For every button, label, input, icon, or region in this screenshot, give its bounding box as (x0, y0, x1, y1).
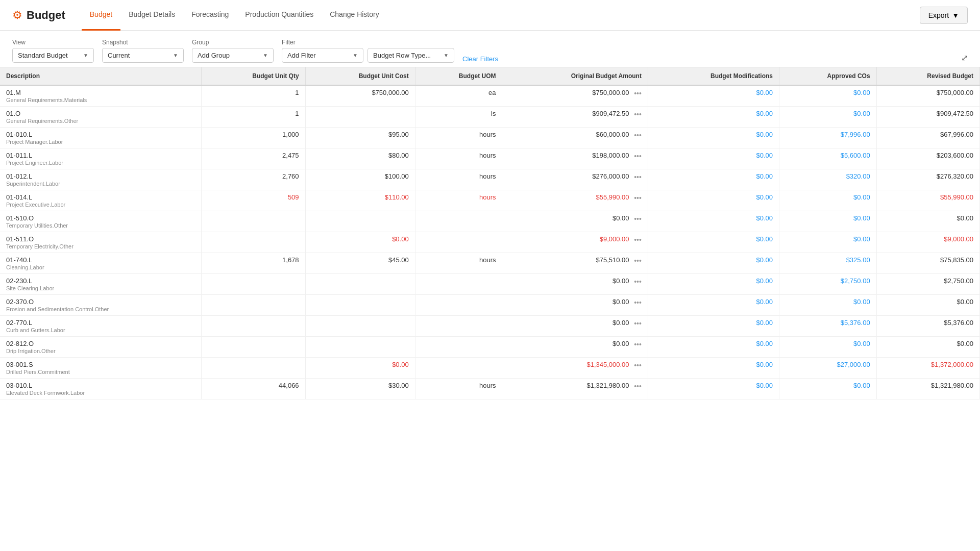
row-menu-icon[interactable]: ••• (634, 131, 642, 139)
cell-qty-7 (202, 232, 305, 253)
export-button[interactable]: Export ▼ (920, 7, 968, 24)
cell-modifications-0[interactable]: $0.00 (648, 85, 779, 107)
cell-description-11: 02-770.LCurb and Gutters.Labor (0, 316, 202, 337)
group-value: Add Group (198, 52, 230, 59)
cell-description-0: 01.MGeneral Requirements.Materials (0, 85, 202, 107)
cell-modifications-11[interactable]: $0.00 (648, 316, 779, 337)
filter-select[interactable]: Add Filter ▼ (282, 48, 363, 63)
cell-modifications-1[interactable]: $0.00 (648, 107, 779, 128)
budget-table-container: DescriptionBudget Unit QtyBudget Unit Co… (0, 67, 980, 399)
cell-approved-cos-10[interactable]: $0.00 (779, 295, 876, 316)
cell-modifications-4[interactable]: $0.00 (648, 169, 779, 190)
nav-tab-forecasting[interactable]: Forecasting (183, 0, 237, 31)
cell-qty-1: 1 (202, 107, 305, 128)
row-menu-icon[interactable]: ••• (634, 152, 642, 160)
expand-icon[interactable]: ⤢ (961, 42, 968, 63)
cell-revised-11: $5,376.00 (876, 316, 979, 337)
cell-original-0: $750,000.00 ••• (502, 85, 648, 107)
cell-modifications-8[interactable]: $0.00 (648, 253, 779, 274)
cell-approved-cos-3[interactable]: $5,600.00 (779, 148, 876, 169)
snapshot-control-group: Snapshot Current ▼ (102, 39, 184, 63)
cell-description-3: 01-011.LProject Engineer.Labor (0, 148, 202, 169)
view-value: Standard Budget (18, 52, 68, 59)
cell-original-10: $0.00 ••• (502, 295, 648, 316)
app-icon: ⚙ (12, 9, 22, 22)
cell-description-5: 01-014.LProject Executive.Labor (0, 190, 202, 211)
row-menu-icon[interactable]: ••• (634, 361, 642, 369)
snapshot-value: Current (108, 52, 130, 59)
cell-unit-cost-1 (305, 107, 415, 128)
filter-control-group: Filter Add Filter ▼ Budget Row Type... ▼ (282, 39, 454, 63)
cell-qty-3: 2,475 (202, 148, 305, 169)
row-menu-icon[interactable]: ••• (634, 319, 642, 328)
cell-original-12: $0.00 ••• (502, 337, 648, 358)
budget-row-type-chevron-icon: ▼ (444, 53, 449, 58)
cell-description-13: 03-001.SDrilled Piers.Commitment (0, 358, 202, 379)
row-menu-icon[interactable]: ••• (634, 340, 642, 348)
cell-description-7: 01-511.OTemporary Electricity.Other (0, 232, 202, 253)
cell-approved-cos-12[interactable]: $0.00 (779, 337, 876, 358)
row-menu-icon[interactable]: ••• (634, 382, 642, 390)
cell-approved-cos-1[interactable]: $0.00 (779, 107, 876, 128)
clear-filters-button[interactable]: Clear Filters (462, 44, 498, 63)
row-menu-icon[interactable]: ••• (634, 194, 642, 202)
cell-approved-cos-13[interactable]: $27,000.00 (779, 358, 876, 379)
cell-approved-cos-5[interactable]: $0.00 (779, 190, 876, 211)
controls-bar: View Standard Budget ▼ Snapshot Current … (0, 31, 980, 67)
cell-original-11: $0.00 ••• (502, 316, 648, 337)
row-menu-icon[interactable]: ••• (634, 215, 642, 223)
row-menu-icon[interactable]: ••• (634, 257, 642, 265)
nav-tab-budget-details[interactable]: Budget Details (120, 0, 183, 31)
cell-approved-cos-6[interactable]: $0.00 (779, 211, 876, 232)
budget-row-type-select[interactable]: Budget Row Type... ▼ (368, 48, 454, 63)
cell-modifications-3[interactable]: $0.00 (648, 148, 779, 169)
nav-tab-budget[interactable]: Budget (82, 0, 120, 31)
row-menu-icon[interactable]: ••• (634, 89, 642, 97)
cell-unit-cost-7: $0.00 (305, 232, 415, 253)
cell-qty-9 (202, 274, 305, 295)
nav-tab-change-history[interactable]: Change History (322, 0, 387, 31)
group-label: Group (192, 39, 274, 46)
table-row: 02-770.LCurb and Gutters.Labor$0.00 •••$… (0, 316, 980, 337)
cell-modifications-6[interactable]: $0.00 (648, 211, 779, 232)
cell-modifications-9[interactable]: $0.00 (648, 274, 779, 295)
col-header-3: Budget UOM (415, 67, 502, 85)
cell-approved-cos-2[interactable]: $7,996.00 (779, 128, 876, 148)
cell-qty-6 (202, 211, 305, 232)
cell-modifications-5[interactable]: $0.00 (648, 190, 779, 211)
table-row: 01-012.LSuperintendent.Labor2,760$100.00… (0, 169, 980, 190)
cell-approved-cos-4[interactable]: $320.00 (779, 169, 876, 190)
cell-uom-7 (415, 232, 502, 253)
cell-approved-cos-11[interactable]: $5,376.00 (779, 316, 876, 337)
view-select[interactable]: Standard Budget ▼ (12, 48, 94, 63)
cell-qty-10 (202, 295, 305, 316)
cell-approved-cos-9[interactable]: $2,750.00 (779, 274, 876, 295)
cell-modifications-10[interactable]: $0.00 (648, 295, 779, 316)
cell-approved-cos-14[interactable]: $0.00 (779, 379, 876, 399)
nav-tab-production-quantities[interactable]: Production Quantities (237, 0, 322, 31)
cell-unit-cost-12 (305, 337, 415, 358)
table-row: 01-011.LProject Engineer.Labor2,475$80.0… (0, 148, 980, 169)
row-menu-icon[interactable]: ••• (634, 298, 642, 307)
cell-approved-cos-8[interactable]: $325.00 (779, 253, 876, 274)
table-row: 01-010.LProject Manager.Labor1,000$95.00… (0, 128, 980, 148)
cell-qty-0: 1 (202, 85, 305, 107)
cell-approved-cos-0[interactable]: $0.00 (779, 85, 876, 107)
row-menu-icon[interactable]: ••• (634, 173, 642, 181)
cell-modifications-14[interactable]: $0.00 (648, 379, 779, 399)
filter-label: Filter (282, 39, 454, 46)
cell-uom-11 (415, 316, 502, 337)
cell-modifications-12[interactable]: $0.00 (648, 337, 779, 358)
cell-approved-cos-7[interactable]: $0.00 (779, 232, 876, 253)
cell-description-8: 01-740.LCleaning.Labor (0, 253, 202, 274)
cell-modifications-2[interactable]: $0.00 (648, 128, 779, 148)
cell-uom-4: hours (415, 169, 502, 190)
view-control-group: View Standard Budget ▼ (12, 39, 94, 63)
row-menu-icon[interactable]: ••• (634, 236, 642, 244)
snapshot-select[interactable]: Current ▼ (102, 48, 184, 63)
row-menu-icon[interactable]: ••• (634, 110, 642, 118)
row-menu-icon[interactable]: ••• (634, 278, 642, 286)
cell-modifications-7[interactable]: $0.00 (648, 232, 779, 253)
cell-modifications-13[interactable]: $0.00 (648, 358, 779, 379)
group-select[interactable]: Add Group ▼ (192, 48, 274, 63)
